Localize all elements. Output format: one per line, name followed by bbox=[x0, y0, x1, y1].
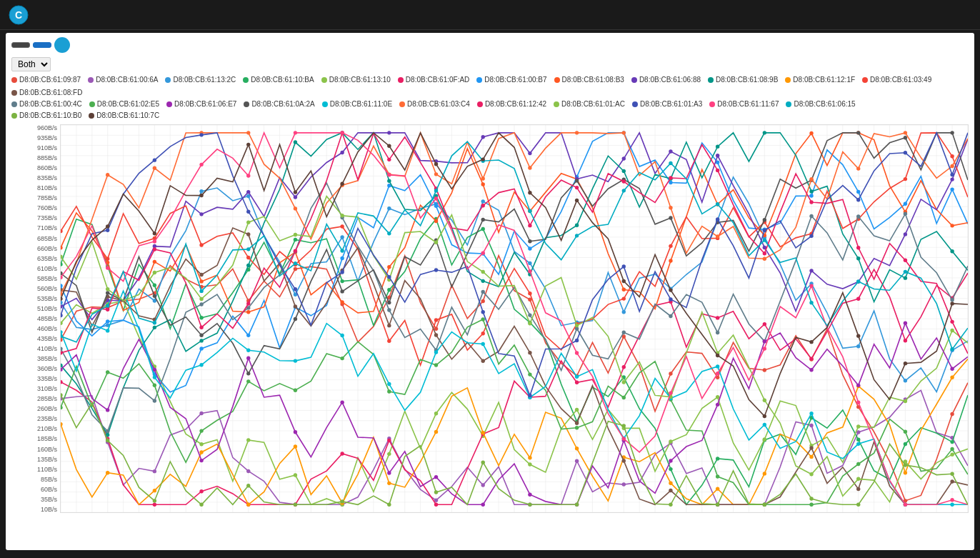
chart-dot bbox=[950, 472, 954, 476]
chart-dot bbox=[622, 131, 626, 134]
legend-dot bbox=[785, 77, 791, 83]
legend-item: D8:0B:CB:61:0F:AD bbox=[398, 74, 469, 86]
chart-dot bbox=[153, 489, 156, 492]
table-button[interactable] bbox=[11, 42, 30, 48]
chart-dot bbox=[61, 246, 63, 249]
y-tick: 160B/s bbox=[37, 446, 57, 453]
y-tick: 410B/s bbox=[37, 345, 57, 352]
y-tick: 435B/s bbox=[37, 335, 57, 342]
chart-dot bbox=[153, 499, 156, 502]
chart-dot bbox=[246, 438, 250, 442]
chart-dot bbox=[950, 164, 954, 168]
chart-dot bbox=[481, 270, 485, 274]
y-tick: 910B/s bbox=[37, 144, 57, 151]
legend-item: D8:0B:CB:61:00:4C bbox=[11, 99, 82, 110]
chart-dot bbox=[528, 239, 531, 243]
chart-dot bbox=[387, 482, 391, 485]
chart-dot bbox=[246, 131, 250, 134]
chart-dot bbox=[387, 206, 391, 210]
chart-dot bbox=[199, 334, 203, 337]
info-button[interactable] bbox=[54, 37, 70, 53]
chart-dot bbox=[434, 204, 438, 208]
legend-label: D8:0B:CB:61:02:E5 bbox=[97, 99, 159, 110]
chart-dot bbox=[575, 224, 579, 227]
chart-dot bbox=[856, 214, 860, 218]
legend-label: D8:0B:CB:61:06:15 bbox=[794, 99, 855, 110]
chart-dot bbox=[669, 288, 672, 292]
chart-dot bbox=[763, 423, 766, 427]
chart-dot bbox=[856, 190, 860, 194]
chart-dot bbox=[387, 275, 391, 279]
chart-dot bbox=[716, 234, 719, 238]
chart-dot bbox=[481, 251, 485, 254]
chart-dot bbox=[669, 206, 672, 209]
legend-label: D8:0B:CB:61:06:E7 bbox=[174, 99, 236, 110]
legend-dot bbox=[631, 77, 637, 83]
y-tick: 185B/s bbox=[37, 435, 57, 442]
chart-dot bbox=[716, 503, 719, 507]
chart-button[interactable] bbox=[33, 42, 51, 48]
chart-dot bbox=[387, 389, 391, 393]
chart-dot bbox=[294, 233, 297, 236]
chart-dot bbox=[950, 131, 954, 134]
chart-dot bbox=[575, 234, 579, 237]
chart-dot bbox=[199, 363, 203, 367]
chart-dot bbox=[246, 310, 250, 314]
chart-dot bbox=[246, 379, 250, 383]
chart-dot bbox=[294, 238, 297, 241]
chart-dot bbox=[622, 288, 626, 292]
chart-dot bbox=[622, 396, 626, 399]
chart-dot bbox=[904, 463, 907, 467]
chart-dot bbox=[809, 284, 813, 287]
legend-label: D8:0B:CB:61:00:B7 bbox=[484, 74, 546, 86]
y-tick: 485B/s bbox=[37, 315, 57, 322]
chart-dot bbox=[575, 422, 579, 425]
y-tick: 785B/s bbox=[37, 194, 57, 201]
chart-dot bbox=[950, 173, 954, 176]
legend-label: D8:0B:CB:61:00:6A bbox=[96, 74, 158, 86]
y-tick: 285B/s bbox=[37, 395, 57, 402]
chart-dot bbox=[434, 318, 438, 322]
chart-dot bbox=[61, 262, 63, 266]
chart-dot bbox=[528, 209, 531, 213]
chart-dot bbox=[904, 151, 907, 154]
chart-dot bbox=[856, 131, 860, 134]
y-axis-label bbox=[11, 124, 21, 510]
legend-label: D8:0B:CB:61:11:0E bbox=[330, 99, 392, 110]
chart-dot bbox=[199, 450, 203, 454]
chart-dot bbox=[575, 503, 579, 507]
chart-dot bbox=[294, 131, 297, 134]
chart-dot bbox=[856, 256, 860, 260]
chart-dot bbox=[481, 359, 485, 363]
legend-label: D8:0B:CB:61:03:C4 bbox=[407, 99, 470, 110]
chart-dot bbox=[61, 314, 63, 317]
legend-dot bbox=[709, 101, 715, 107]
legend-label: D8:0B:CB:61:08:FD bbox=[19, 87, 82, 99]
chart-dot bbox=[153, 239, 156, 243]
chart-dot bbox=[809, 194, 813, 197]
chart-dot bbox=[106, 329, 109, 332]
chart-dot bbox=[246, 247, 250, 251]
chart-dot bbox=[481, 460, 485, 464]
chart-dot bbox=[246, 349, 250, 352]
legend-item: D8:0B:CB:61:00:B7 bbox=[476, 74, 546, 86]
chart-dot bbox=[340, 131, 344, 134]
chart-dot bbox=[904, 322, 907, 325]
chart-dot bbox=[340, 151, 344, 154]
chart-dot bbox=[106, 228, 109, 231]
legend-label: D8:0B:CB:61:01:AC bbox=[561, 99, 625, 110]
chart-dot bbox=[950, 224, 954, 227]
chart-dot bbox=[246, 372, 250, 375]
chart-dot bbox=[763, 398, 766, 402]
legend-label: D8:0B:CB:61:09:87 bbox=[19, 74, 81, 86]
chart-dot bbox=[763, 229, 766, 232]
chart-dot bbox=[246, 220, 250, 224]
chart-dot bbox=[809, 455, 813, 459]
chart-dot bbox=[387, 503, 391, 507]
chart-dot bbox=[856, 279, 860, 283]
chart-dot bbox=[950, 347, 954, 351]
chart-dot bbox=[809, 234, 813, 238]
app-logo: C bbox=[9, 5, 29, 25]
chart-dot bbox=[856, 503, 860, 507]
filter-select[interactable]: Both TX RX bbox=[11, 57, 51, 71]
